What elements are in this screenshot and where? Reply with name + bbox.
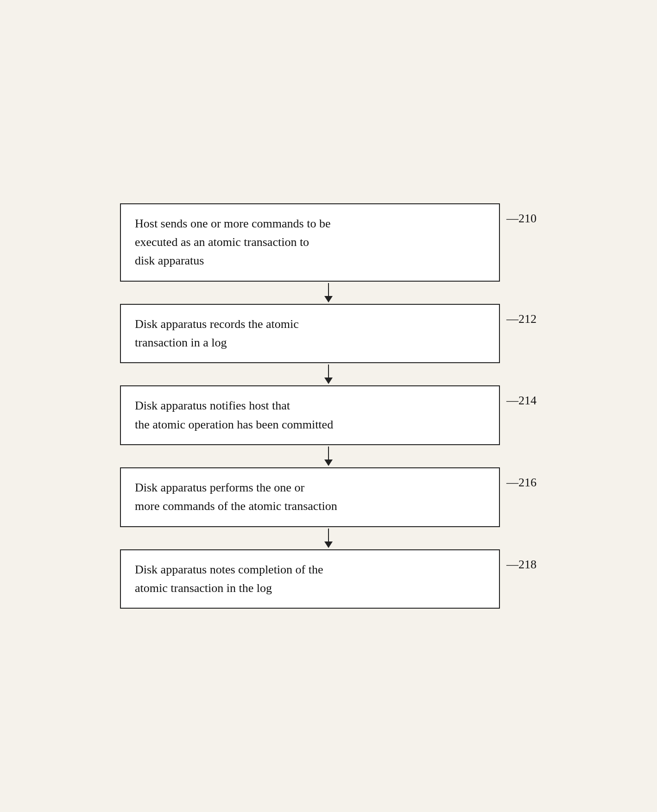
box-line-210-2: disk apparatus [135, 254, 204, 267]
box-212: Disk apparatus records the atomictransac… [120, 304, 500, 364]
arrow-head-210 [324, 296, 333, 302]
box-line-214-0: Disk apparatus notifies host that [135, 399, 290, 412]
step-label-212: —212 [506, 304, 537, 326]
box-line-210-1: executed as an atomic transaction to [135, 235, 309, 249]
arrow-line-216 [328, 529, 329, 541]
box-text-218: Disk apparatus notes completion of theat… [135, 560, 485, 598]
arrow-212 [139, 363, 518, 385]
step-label-210: —210 [506, 203, 537, 226]
box-line-218-1: atomic transaction in the log [135, 581, 272, 595]
box-line-216-1: more commands of the atomic transaction [135, 499, 337, 513]
box-line-210-0: Host sends one or more commands to be [135, 217, 330, 230]
box-216: Disk apparatus performs the one ormore c… [120, 467, 500, 527]
arrow-214 [139, 445, 518, 467]
box-line-218-0: Disk apparatus notes completion of the [135, 563, 323, 576]
box-line-212-1: transaction in a log [135, 336, 227, 349]
box-text-210: Host sends one or more commands to beexe… [135, 214, 485, 271]
box-text-212: Disk apparatus records the atomictransac… [135, 315, 485, 352]
arrow-wrapper-210 [324, 283, 333, 302]
step-label-218: —218 [506, 549, 537, 572]
box-line-212-0: Disk apparatus records the atomic [135, 317, 299, 331]
step-row-216: Disk apparatus performs the one ormore c… [120, 467, 537, 527]
box-line-214-1: the atomic operation has been committed [135, 418, 333, 431]
arrow-wrapper-216 [324, 529, 333, 548]
step-label-214: —214 [506, 385, 537, 408]
box-218: Disk apparatus notes completion of theat… [120, 549, 500, 609]
arrow-head-212 [324, 378, 333, 384]
step-row-210: Host sends one or more commands to beexe… [120, 203, 537, 282]
arrow-line-212 [328, 365, 329, 378]
arrow-wrapper-212 [324, 365, 333, 384]
arrow-head-214 [324, 460, 333, 466]
box-214: Disk apparatus notifies host thatthe ato… [120, 385, 500, 445]
step-label-216: —216 [506, 467, 537, 490]
box-text-216: Disk apparatus performs the one ormore c… [135, 478, 485, 516]
arrow-216 [139, 527, 518, 549]
arrow-line-210 [328, 283, 329, 296]
box-line-216-0: Disk apparatus performs the one or [135, 481, 304, 494]
arrow-210 [139, 282, 518, 304]
box-text-214: Disk apparatus notifies host thatthe ato… [135, 397, 485, 434]
arrow-wrapper-214 [324, 447, 333, 466]
flowchart: Host sends one or more commands to beexe… [120, 185, 537, 627]
arrow-head-216 [324, 541, 333, 548]
step-row-212: Disk apparatus records the atomictransac… [120, 304, 537, 364]
step-row-218: Disk apparatus notes completion of theat… [120, 549, 537, 609]
arrow-line-214 [328, 447, 329, 460]
box-210: Host sends one or more commands to beexe… [120, 203, 500, 282]
step-row-214: Disk apparatus notifies host thatthe ato… [120, 385, 537, 445]
